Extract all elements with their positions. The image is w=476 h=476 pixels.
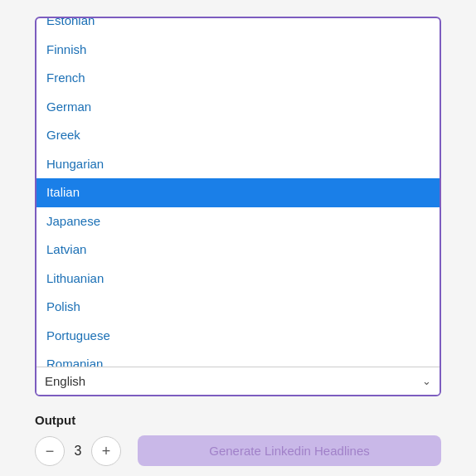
list-item[interactable]: German [36, 93, 440, 122]
list-item[interactable]: Romanian [36, 350, 440, 367]
output-controls: − 3 + Generate Linkedin Headlines [35, 435, 441, 466]
list-item[interactable]: French [36, 64, 440, 93]
decrement-button[interactable]: − [35, 436, 65, 466]
generate-button[interactable]: Generate Linkedin Headlines [138, 435, 441, 466]
output-label: Output [35, 413, 441, 427]
language-listbox[interactable]: BulgarianChineseCzechDanishDutchEnglishE… [36, 18, 440, 367]
list-item[interactable]: Portuguese [36, 322, 440, 351]
output-section: Output − 3 + Generate Linkedin Headlines [35, 413, 441, 466]
list-item[interactable]: Latvian [36, 236, 440, 265]
chevron-down-icon: ⌄ [422, 375, 431, 387]
stepper-value: 3 [65, 444, 91, 459]
increment-button[interactable]: + [91, 436, 121, 466]
dropdown-wrapper[interactable]: English ⌄ [36, 367, 440, 395]
list-item[interactable]: Finnish [36, 36, 440, 65]
list-item[interactable]: Estonian [36, 18, 440, 36]
list-item[interactable]: Italian [36, 178, 440, 207]
list-item[interactable]: Japanese [36, 207, 440, 236]
main-container: BulgarianChineseCzechDanishDutchEnglishE… [35, 17, 441, 466]
list-item[interactable]: Greek [36, 121, 440, 150]
list-item[interactable]: Lithuanian [36, 265, 440, 294]
list-item[interactable]: Hungarian [36, 150, 440, 179]
list-item[interactable]: Polish [36, 293, 440, 322]
dropdown-selected-label: English [45, 374, 85, 388]
language-listbox-wrapper: BulgarianChineseCzechDanishDutchEnglishE… [35, 17, 441, 396]
